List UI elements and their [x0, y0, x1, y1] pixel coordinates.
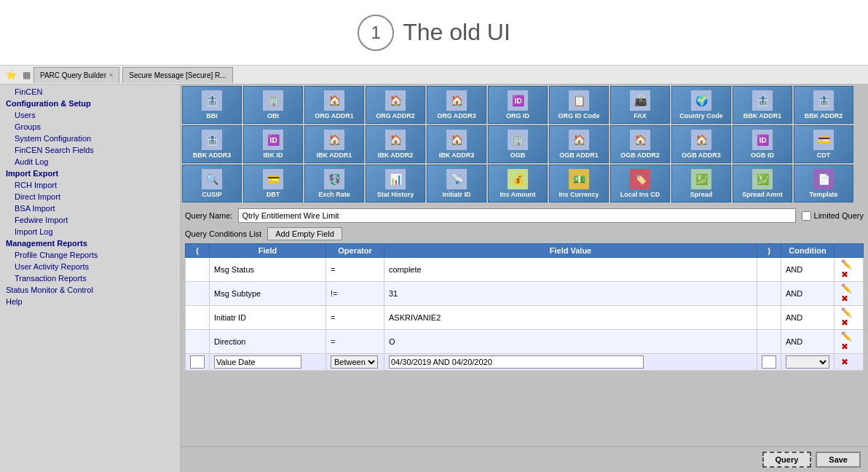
icon-bbk-addr3[interactable]: 🏦BBK ADDR3 [182, 125, 242, 163]
sidebar-item-bsa-import[interactable]: BSA Import [0, 202, 180, 214]
icon-org-addr3[interactable]: 🏠ORG ADDR3 [427, 86, 486, 124]
row3-condition: AND [781, 306, 835, 330]
browser-tab-1[interactable]: PARC Query Builder × [33, 67, 119, 83]
row1-delete-icon[interactable]: ✖ [839, 269, 851, 280]
limited-query-checkbox[interactable] [802, 211, 811, 221]
editing-value [384, 354, 757, 371]
add-empty-field-button[interactable]: Add Empty Field [267, 227, 342, 240]
sidebar-item-import-export[interactable]: Import Export [0, 168, 180, 179]
icon-initiatr-id[interactable]: 📡Initiatr ID [427, 165, 486, 202]
table-row: Direction = O AND ✏️ ✖ [186, 330, 864, 354]
icon-exch-rate[interactable]: 💱Exch Rate [304, 165, 364, 202]
icon-ibk-addr3[interactable]: 🏠IBK ADDR3 [427, 125, 486, 163]
icon-ogb-addr1[interactable]: 🏠OGB ADDR1 [549, 125, 609, 163]
row3-delete-icon[interactable]: ✖ [839, 317, 851, 329]
icon-ibk-id[interactable]: 🆔IBK ID [243, 125, 303, 163]
editing-value-input[interactable] [389, 355, 644, 369]
col-field-value: Field Value [384, 244, 757, 258]
row4-delete-icon[interactable]: ✖ [839, 341, 851, 353]
icon-fax[interactable]: 📠FAX [610, 86, 670, 124]
row4-actions: ✏️ ✖ [835, 330, 864, 354]
icon-bbi[interactable]: 🏦BBI [182, 86, 242, 124]
row2-delete-icon[interactable]: ✖ [839, 293, 851, 304]
editing-field-input[interactable] [214, 355, 301, 369]
icon-spread-amnt[interactable]: 💹Spread Amnt [733, 165, 792, 202]
col-paren-open: ( [186, 244, 210, 258]
save-button[interactable]: Save [816, 452, 861, 468]
sidebar-item-fincen[interactable]: FinCEN [0, 86, 180, 98]
sidebar-item-system-config[interactable]: System Configuration [0, 133, 180, 144]
icon-spread[interactable]: 💹Spread [671, 165, 731, 202]
main-layout: FinCEN Configuration & Setup Users Group… [0, 84, 868, 472]
icon-local-ins-cd[interactable]: 🏷️Local Ins CD [610, 165, 670, 202]
sidebar-item-mgmt-reports[interactable]: Management Reports [0, 237, 180, 249]
icon-country-code[interactable]: 🌍Country Code [671, 86, 731, 124]
icon-cusip[interactable]: 🔍CUSIP [182, 165, 242, 202]
sidebar-item-rch-import[interactable]: RCH Import [0, 179, 180, 191]
sidebar-item-groups[interactable]: Groups [0, 121, 180, 133]
icon-ins-currency[interactable]: 💵Ins Currency [549, 165, 609, 202]
icon-row-3: 🔍CUSIP 💳DBT 💱Exch Rate 📊Stat History 📡In… [182, 165, 867, 202]
table-row: Msg Subtype != 31 AND ✏️ ✖ [186, 282, 864, 306]
query-button[interactable]: Query [762, 452, 812, 468]
sidebar-item-audit-log[interactable]: Audit Log [0, 156, 180, 168]
icon-org-addr1[interactable]: 🏠ORG ADDR1 [304, 86, 364, 124]
icon-template[interactable]: 📄Template [794, 165, 853, 202]
icon-ins-amount[interactable]: 💰Ins Amount [488, 165, 548, 202]
sidebar: FinCEN Configuration & Setup Users Group… [0, 84, 181, 472]
sidebar-item-fincen-search[interactable]: FinCEN Search Fields [0, 144, 180, 156]
tab-2-label: Secure Message [Secure] R... [129, 71, 226, 79]
icon-org-addr2[interactable]: 🏠ORG ADDR2 [366, 86, 425, 124]
editing-condition-select[interactable]: AND OR [786, 355, 829, 369]
row1-field: Msg Status [210, 258, 326, 282]
icon-ibk-addr1[interactable]: 🏠IBK ADDR1 [304, 125, 364, 163]
editing-delete-icon[interactable]: ✖ [839, 356, 851, 368]
browser-tab-2[interactable]: Secure Message [Secure] R... [122, 67, 232, 83]
sidebar-item-import-log[interactable]: Import Log [0, 226, 180, 237]
sidebar-item-profile[interactable]: Profile Change Reports [0, 249, 180, 261]
editing-operator-select[interactable]: Between = != < > [331, 355, 378, 369]
sidebar-item-direct-import[interactable]: Direct Import [0, 191, 180, 202]
browser-icon: ⭐ [6, 70, 17, 80]
row4-paren-close [757, 330, 781, 354]
banner-title: The old UI [403, 19, 510, 46]
icon-bbk-addr1[interactable]: 🏦BBK ADDR1 [733, 86, 792, 124]
editing-paren-close-input[interactable] [762, 355, 776, 369]
icon-ibk-addr2[interactable]: 🏠IBK ADDR2 [366, 125, 425, 163]
row3-value: ASKRIVANIE2 [384, 306, 757, 330]
row2-paren-open [186, 282, 210, 306]
row2-operator: != [326, 282, 384, 306]
sidebar-item-user-activity[interactable]: User Activity Reports [0, 261, 180, 272]
sidebar-item-help[interactable]: Help [0, 296, 180, 307]
icon-ogb-addr2[interactable]: 🏠OGB ADDR2 [610, 125, 670, 163]
icon-ogb-addr3[interactable]: 🏠OGB ADDR3 [671, 125, 731, 163]
icon-cdt[interactable]: 💳CDT [794, 125, 853, 163]
col-paren-close: ) [757, 244, 781, 258]
sidebar-item-fedwire-import[interactable]: Fedwire Import [0, 214, 180, 226]
icon-obi[interactable]: 🏢OBI [243, 86, 303, 124]
row4-field: Direction [210, 330, 326, 354]
row2-actions: ✏️ ✖ [835, 282, 864, 306]
icon-ogb-id[interactable]: 🆔OGB ID [733, 125, 792, 163]
query-name-label: Query Name: [185, 211, 232, 220]
icon-stat-history[interactable]: 📊Stat History [366, 165, 425, 202]
icon-org-id[interactable]: 🆔ORG ID [488, 86, 548, 124]
sidebar-item-status-monitor[interactable]: Status Monitor & Control [0, 284, 180, 296]
row2-condition: AND [781, 282, 835, 306]
icon-bbk-addr2[interactable]: 🏦BBK ADDR2 [794, 86, 853, 124]
sidebar-item-users[interactable]: Users [0, 109, 180, 121]
icon-org-id-code[interactable]: 📋ORG ID Code [549, 86, 609, 124]
top-banner: 1 The old UI [0, 0, 868, 66]
row2-field: Msg Subtype [210, 282, 326, 306]
icon-dbt[interactable]: 💳DBT [243, 165, 303, 202]
row4-value: O [384, 330, 757, 354]
row1-condition: AND [781, 258, 835, 282]
query-name-input[interactable] [238, 208, 795, 223]
tab-1-close[interactable]: × [109, 71, 113, 79]
row3-field: Initiatr ID [210, 306, 326, 330]
sidebar-item-config[interactable]: Configuration & Setup [0, 98, 180, 109]
query-conditions-label: Query Conditions List [185, 229, 261, 238]
icon-ogb[interactable]: 🏢OGB [488, 125, 548, 163]
editing-paren-open-input[interactable] [190, 355, 205, 369]
sidebar-item-transaction-reports[interactable]: Transaction Reports [0, 272, 180, 284]
